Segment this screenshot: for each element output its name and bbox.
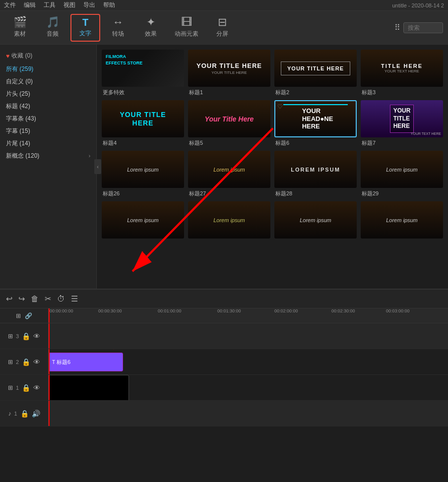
sidebar-item-end[interactable]: 片尾 (14) (0, 137, 96, 150)
title27-text: Lorem ipsum (213, 167, 245, 173)
thumb-title27: Lorem ipsum (188, 151, 270, 188)
title7-text: YOURTITLEHERE (393, 107, 411, 130)
thumb-title5: Your Title Here (188, 100, 270, 137)
clip-title6[interactable]: T 标题6 (49, 353, 123, 371)
animation-icon: 🎞 (181, 17, 192, 28)
menu-tools[interactable]: 工具 (44, 1, 56, 9)
track-2-lock-icon[interactable]: 🔒 (22, 358, 30, 366)
track-1v-eye-icon[interactable]: 👁 (33, 384, 40, 392)
media-item-title3[interactable]: TITLE HERE YOUR TEXT HERE 标题3 (361, 50, 443, 96)
media-item-title1[interactable]: YOUR TITLE HERE YOUR TITLE HERE 标题1 (188, 50, 270, 96)
title6-text: YOURHEAD●NEHERE (302, 107, 333, 130)
toolbar-animation[interactable]: 🎞 动画元素 (169, 14, 204, 42)
sidebar-item-all[interactable]: 所有 (259) (0, 63, 96, 75)
toolbar-effects-label: 效果 (145, 30, 157, 38)
sidebar-item-subtitle[interactable]: 字幕条 (43) (0, 113, 96, 125)
clip-black[interactable]: Black (49, 375, 129, 400)
ruler-mark-2: 00:01:00:00 (158, 308, 182, 313)
adjust-icon[interactable]: ☰ (71, 294, 78, 303)
chevron-right-icon: › (89, 153, 90, 159)
track-1a-num: 1 (14, 411, 17, 417)
toolbar-audio-label: 音频 (47, 30, 59, 38)
sidebar-item-title[interactable]: 标题 (42) (0, 100, 96, 113)
cursor-track3 (49, 323, 50, 349)
sidebar-favorites-label: 收藏 (0) (11, 52, 32, 60)
clip-text-icon: T (52, 360, 55, 365)
add-track-icon[interactable]: ⊞ (16, 312, 21, 319)
sidebar-item-newconcept[interactable]: 新概念 (120) › (0, 150, 96, 162)
audio-icon: 🎵 (46, 17, 60, 28)
toolbar-transition[interactable]: ↔ 转场 (103, 14, 133, 42)
media-item-extra4[interactable]: Lorem ipsum (361, 201, 443, 241)
media-item-title2[interactable]: YOUR TITLE HERE 标题2 (274, 50, 357, 96)
track-1a-content (49, 401, 448, 426)
title3-subtext: YOUR TEXT HERE (381, 69, 423, 73)
timeline-toolbar: ↩ ↪ 🗑 ✂ ⏱ ☰ (0, 290, 448, 308)
sidebar-open-label: 片头 (25) (6, 90, 30, 98)
track-1a-vol-icon[interactable]: 🔊 (32, 410, 40, 418)
media-item-title26[interactable]: Lorem ipsum 标题26 (102, 151, 184, 197)
media-label-title6: 标题6 (274, 139, 357, 147)
sidebar-collapse-btn[interactable]: ‹ (94, 159, 97, 174)
track-1v-lock-icon[interactable]: 🔒 (22, 384, 30, 392)
timeline-cursor (49, 308, 50, 323)
thumb-title4: YOUR TITLEHERE (102, 100, 184, 137)
track-1a-lock-icon[interactable]: 🔒 (20, 410, 29, 418)
media-item-extra3[interactable]: Lorem ipsum (274, 201, 357, 241)
timeline-ruler: 00:00:00:00 00:00:30:00 00:01:00:00 00:0… (49, 308, 448, 323)
media-label-title4: 标题4 (102, 139, 184, 147)
track-1a-controls: ♪ 1 🔒 🔊 (0, 401, 49, 426)
search-input[interactable] (403, 22, 443, 33)
track-2-eye-icon[interactable]: 👁 (33, 358, 40, 366)
media-item-title29[interactable]: Lorem ipsum 标题29 (361, 151, 443, 197)
media-item-title7[interactable]: YOURTITLEHERE YOUR TEXT HERE 标题7 (361, 100, 443, 147)
media-item-extra2[interactable]: Lorem ipsum (188, 201, 270, 241)
title7-subtext: YOUR TEXT HERE (411, 132, 441, 135)
cursor-track1v (49, 375, 50, 400)
media-item-title5[interactable]: Your Title Here 标题5 (188, 100, 270, 147)
title2-text: YOUR TITLE HERE (287, 65, 344, 71)
media-item-title28[interactable]: LOREM IPSUM 标题28 (274, 151, 357, 197)
extra2-text: Lorem ipsum (213, 217, 245, 223)
menu-file[interactable]: 文件 (4, 1, 16, 9)
title28-text: LOREM IPSUM (291, 167, 340, 173)
undo-icon[interactable]: ↩ (6, 294, 12, 303)
track-3-eye-icon[interactable]: 👁 (33, 332, 40, 340)
menu-view[interactable]: 视图 (64, 1, 75, 9)
toolbar-effects[interactable]: ✦ 效果 (136, 14, 166, 42)
media-item-title6[interactable]: ♡ YOURHEAD●NEHERE 标题6 (274, 100, 357, 147)
sidebar-end-label: 片尾 (14) (6, 139, 30, 148)
toolbar-assets[interactable]: 🎬 素材 (5, 14, 35, 42)
menu-help[interactable]: 帮助 (103, 1, 115, 9)
media-item-title4[interactable]: YOUR TITLEHERE 标题4 (102, 100, 184, 147)
menu-edit[interactable]: 编辑 (24, 1, 36, 9)
toolbar-search: ⠿ (394, 22, 443, 33)
sidebar-item-custom[interactable]: 自定义 (0) (0, 75, 96, 88)
ruler-mark-6: 00:03:00:00 (386, 308, 410, 313)
ruler-mark-3: 00:01:30:00 (217, 308, 241, 313)
title6-content: YOURHEAD●NEHERE (298, 107, 333, 130)
track-2-type-icon: ⊞ (8, 359, 13, 365)
redo-icon[interactable]: ↪ (18, 294, 25, 303)
sidebar-item-caption[interactable]: 字幕 (15) (0, 125, 96, 137)
track-1a-type-icon: ♪ (8, 410, 11, 417)
toolbar-splitscreen[interactable]: ⊟ 分屏 (207, 14, 237, 42)
link-icon[interactable]: 🔗 (25, 312, 32, 319)
media-item-more-effects[interactable]: FILMORAEFFECTS STORE 更多特效 (102, 50, 184, 96)
toolbar-audio[interactable]: 🎵 音频 (38, 14, 67, 42)
sidebar-item-open[interactable]: 片头 (25) (0, 88, 96, 100)
track-row-1-audio: ♪ 1 🔒 🔊 (0, 401, 448, 426)
media-item-extra1[interactable]: Lorem ipsum (102, 201, 184, 241)
media-label-title5: 标题5 (188, 139, 270, 147)
track-3-lock-icon[interactable]: 🔒 (22, 332, 30, 340)
thumb-extra4: Lorem ipsum (361, 201, 443, 239)
grid-icon[interactable]: ⠿ (394, 23, 400, 32)
cut-icon[interactable]: ✂ (45, 294, 51, 303)
clock-icon[interactable]: ⏱ (57, 295, 65, 303)
media-item-title27[interactable]: Lorem ipsum 标题27 (188, 151, 270, 197)
menu-export[interactable]: 导出 (83, 1, 95, 9)
sidebar-favorites[interactable]: ♥ 收藏 (0) (0, 49, 96, 63)
sidebar-subtitle-label: 字幕条 (43) (6, 115, 36, 123)
delete-icon[interactable]: 🗑 (31, 295, 39, 303)
toolbar-text[interactable]: T 文字 (70, 14, 100, 42)
